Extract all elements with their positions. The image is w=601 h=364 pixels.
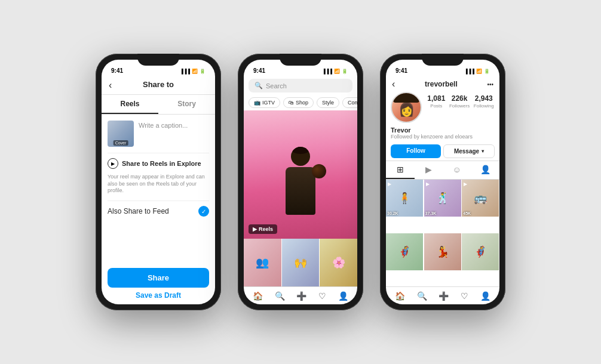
count-3: 45K — [463, 211, 471, 215]
nav-search[interactable]: 🔍 — [275, 291, 285, 301]
feed-checkbox[interactable]: ✓ — [198, 206, 209, 217]
igtv-icon: 📺 — [254, 100, 260, 106]
share-content: Cover Write a caption... ▶ Share to Reel… — [102, 115, 215, 263]
tab-saved[interactable]: 👤 — [471, 161, 500, 179]
grid-cell-2: 🙌 — [282, 239, 320, 286]
message-button[interactable]: Message ▾ — [443, 144, 495, 158]
video-thumb: Cover — [108, 121, 134, 147]
tab-reels[interactable]: ▶ — [415, 161, 443, 179]
signal-icon-2: ▐▐▐ — [322, 69, 332, 74]
explore-grid: 👥 🙌 🌸 — [244, 239, 357, 286]
more-options-icon[interactable]: ••• — [487, 81, 493, 88]
phone-profile: 9:41 ▐▐▐ 📶 🔋 ‹ trevorbell ••• 👩 — [380, 54, 505, 310]
profile-nav-add[interactable]: ➕ — [439, 291, 449, 301]
followers-count: 226k — [452, 94, 468, 103]
play-icon-3: ▶ — [464, 181, 467, 187]
tab-tagged[interactable]: ☺ — [443, 161, 471, 179]
share-title: Share to — [143, 80, 174, 89]
categories-row: 📺 IGTV 🛍 Shop Style Comics TV & Movie — [244, 95, 357, 110]
save-draft-button[interactable]: Save as Draft — [108, 291, 209, 300]
reels-badge: ▶ Reels — [249, 224, 277, 234]
grid-item-4[interactable]: 🦸 — [386, 233, 423, 270]
back-button[interactable]: ‹ — [109, 80, 112, 91]
nav-profile[interactable]: 👤 — [338, 291, 348, 301]
username-label: trevorbell — [425, 80, 458, 88]
grid-item-5[interactable]: 💃 — [424, 233, 461, 270]
search-placeholder: Search — [266, 82, 287, 90]
profile-tabs: ⊞ ▶ ☺ 👤 — [386, 161, 499, 180]
scene: 9:41 ▐▐▐ 📶 🔋 ‹ Share to Reels Story — [0, 0, 601, 364]
tab-grid[interactable]: ⊞ — [386, 161, 415, 179]
avatar-hat — [393, 93, 419, 103]
followed-by: Followed by kenzoere and eloears — [391, 134, 495, 140]
notch-3 — [422, 54, 464, 66]
followers-label: Followers — [449, 103, 470, 109]
explore-description: Your reel may appear in Explore and can … — [108, 174, 209, 195]
status-icons-1: ▐▐▐ 📶 🔋 — [180, 69, 206, 74]
nav-add[interactable]: ➕ — [296, 291, 306, 301]
following-label: Following — [474, 103, 494, 109]
nav-home[interactable]: 🏠 — [253, 291, 263, 301]
tab-reels[interactable]: Reels — [102, 95, 158, 114]
status-icons-3: ▐▐▐ 📶 🔋 — [464, 69, 490, 74]
play-icon-2: ▶ — [426, 181, 430, 187]
profile-stats: 1,081 Posts 226k Followers 2,943 Followi… — [427, 92, 495, 111]
cat-shop[interactable]: 🛍 Shop — [283, 97, 314, 108]
profile-nav-home[interactable]: 🏠 — [395, 291, 405, 301]
reel-person-visual: ▶ Reels — [244, 110, 357, 239]
explore-label: Share to Reels in Explore — [122, 160, 201, 167]
search-bar[interactable]: 🔍 Search — [249, 79, 352, 92]
grid-item-3[interactable]: 🚌 ▶ 45K — [462, 180, 499, 217]
wifi-icon-2: 📶 — [334, 69, 340, 74]
phone-share: 9:41 ▐▐▐ 📶 🔋 ‹ Share to Reels Story — [96, 54, 221, 310]
count-2: 37.3K — [425, 211, 437, 215]
stat-following: 2,943 Following — [474, 94, 494, 109]
share-button[interactable]: Share — [108, 268, 209, 288]
cover-label: Cover — [114, 140, 128, 146]
share-tabs: Reels Story — [102, 95, 215, 115]
profile-nav: 🏠 🔍 ➕ ♡ 👤 — [386, 286, 499, 304]
explore-section: ▶ Share to Reels in Explore Your reel ma… — [108, 153, 209, 195]
cat-style[interactable]: Style — [317, 97, 339, 108]
caption-input[interactable]: Write a caption... — [139, 121, 209, 129]
grid-item-2[interactable]: 🕺 ▶ 37.3K — [424, 180, 461, 217]
grid-item-6[interactable]: 🦸 — [462, 233, 499, 270]
profile-back-button[interactable]: ‹ — [392, 79, 395, 90]
dropdown-icon: ▾ — [482, 149, 484, 154]
count-1: 30.2K — [387, 211, 398, 215]
wifi-icon-3: 📶 — [476, 69, 482, 74]
time-3: 9:41 — [395, 67, 407, 74]
explore-nav: 🏠 🔍 ➕ ♡ 👤 — [244, 286, 357, 304]
signal-icon: ▐▐▐ — [180, 69, 190, 74]
battery-icon-2: 🔋 — [342, 69, 348, 74]
profile-nav-heart[interactable]: ♡ — [461, 291, 468, 301]
message-label: Message — [454, 148, 479, 155]
grid-item-1[interactable]: 🧍 ▶ 30.2K — [386, 180, 423, 217]
grid-img-2: 🙌 — [282, 239, 320, 286]
notch — [137, 54, 179, 66]
search-icon: 🔍 — [254, 82, 263, 90]
tab-story[interactable]: Story — [158, 95, 215, 114]
cat-comics[interactable]: Comics — [342, 97, 357, 108]
nav-heart[interactable]: ♡ — [318, 291, 326, 301]
shop-icon: 🛍 — [289, 100, 294, 106]
feed-label: Also Share to Feed — [108, 207, 169, 215]
follow-button[interactable]: Follow — [391, 144, 441, 158]
reel-main-video: ▶ Reels — [244, 110, 357, 239]
battery-icon-3: 🔋 — [484, 69, 490, 74]
share-btn-area: Share Save as Draft — [102, 263, 215, 304]
profile-actions: Follow Message ▾ — [386, 142, 499, 161]
grid-img-1: 👥 — [244, 239, 281, 286]
profile-nav-search[interactable]: 🔍 — [417, 291, 427, 301]
phone3-screen: 9:41 ▐▐▐ 📶 🔋 ‹ trevorbell ••• 👩 — [386, 60, 499, 304]
feed-row[interactable]: Also Share to Feed ✓ — [108, 200, 209, 221]
profile-name: Trevor — [391, 127, 495, 134]
battery-icon: 🔋 — [200, 69, 206, 74]
share-header: ‹ Share to — [102, 76, 215, 95]
reels-badge-icon: ▶ — [253, 226, 257, 232]
profile-avatar: 👩 — [391, 92, 422, 123]
grid-img-3: 🌸 — [320, 239, 357, 286]
profile-nav-profile[interactable]: 👤 — [480, 291, 490, 301]
time-2: 9:41 — [253, 67, 265, 74]
cat-igtv[interactable]: 📺 IGTV — [249, 97, 280, 108]
